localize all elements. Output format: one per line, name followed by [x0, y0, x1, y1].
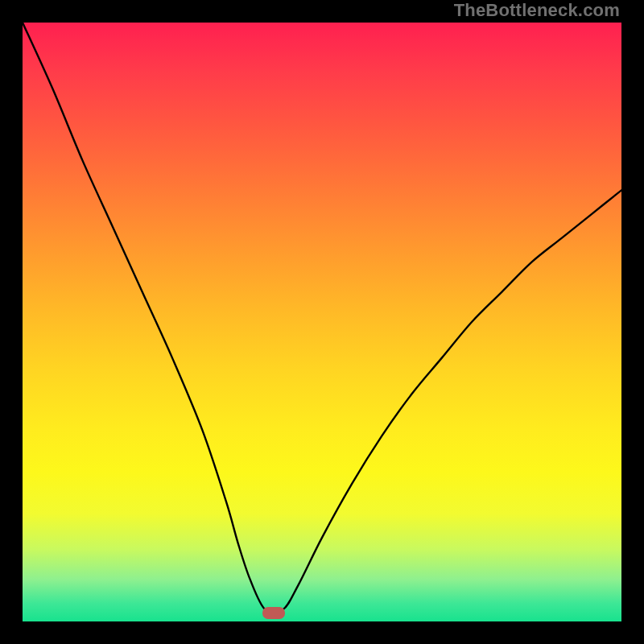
- watermark-text: TheBottleneck.com: [454, 0, 620, 21]
- plot-area: [23, 23, 621, 621]
- curve-path: [23, 23, 621, 613]
- chart-frame: TheBottleneck.com: [0, 0, 644, 644]
- optimum-marker: [262, 607, 285, 619]
- bottleneck-curve: [23, 23, 621, 621]
